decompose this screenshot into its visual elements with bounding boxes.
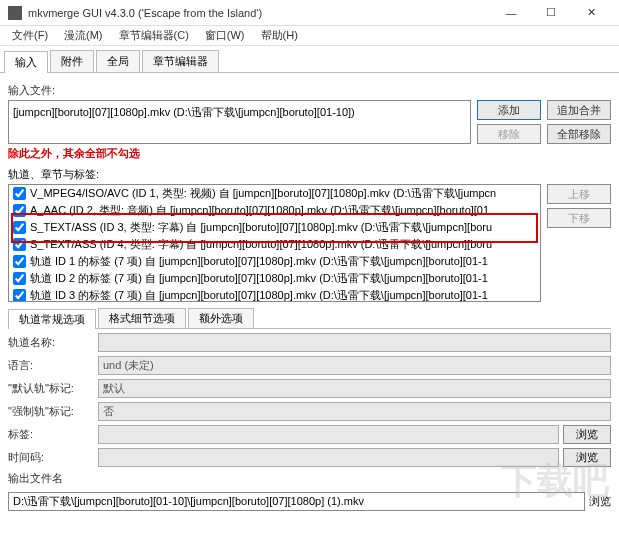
output-file-input[interactable]: D:\迅雷下载\[jumpcn][boruto][01-10]\[jumpcn]…	[8, 492, 585, 511]
move-up-button[interactable]: 上移	[547, 184, 611, 204]
language-label: 语言:	[8, 358, 98, 373]
sub-tabstrip: 轨道常规选项 格式细节选项 额外选项	[8, 308, 611, 329]
append-button[interactable]: 追加合并	[547, 100, 611, 120]
track-checkbox[interactable]	[13, 187, 26, 200]
track-checkbox[interactable]	[13, 272, 26, 285]
track-name-label: 轨道名称:	[8, 335, 98, 350]
tab-global[interactable]: 全局	[96, 50, 140, 72]
track-row: 轨道 ID 2 的标签 (7 项) 自 [jumpcn][boruto][07]…	[9, 270, 540, 287]
window-title: mkvmerge GUI v4.3.0 ('Escape from the Is…	[28, 7, 491, 19]
input-file-list[interactable]: [jumpcn][boruto][07][1080p].mkv (D:\迅雷下载…	[8, 100, 471, 144]
tab-chapter-editor[interactable]: 章节编辑器	[142, 50, 219, 72]
subtab-extra[interactable]: 额外选项	[188, 308, 254, 328]
track-row: 轨道 ID 1 的标签 (7 项) 自 [jumpcn][boruto][07]…	[9, 253, 540, 270]
menu-file[interactable]: 文件(F)	[4, 26, 56, 45]
track-checkbox[interactable]	[13, 238, 26, 251]
tab-input[interactable]: 输入	[4, 51, 48, 73]
remove-all-button[interactable]: 全部移除	[547, 124, 611, 144]
subtab-general[interactable]: 轨道常规选项	[8, 309, 96, 329]
track-checkbox[interactable]	[13, 255, 26, 268]
timecodes-label: 时间码:	[8, 450, 98, 465]
timecodes-field[interactable]	[98, 448, 559, 467]
menu-chapter-editor[interactable]: 章节编辑器(C)	[111, 26, 197, 45]
menu-help[interactable]: 帮助(H)	[253, 26, 306, 45]
forced-flag-select[interactable]: 否	[98, 402, 611, 421]
output-browse-button[interactable]: 浏览	[589, 494, 611, 509]
track-row: A_AAC (ID 2, 类型: 音频) 自 [jumpcn][boruto][…	[9, 202, 540, 219]
track-row: 轨道 ID 3 的标签 (7 项) 自 [jumpcn][boruto][07]…	[9, 287, 540, 302]
move-down-button[interactable]: 下移	[547, 208, 611, 228]
track-checkbox[interactable]	[13, 289, 26, 302]
track-checkbox[interactable]	[13, 221, 26, 234]
app-icon	[8, 6, 22, 20]
track-checkbox[interactable]	[13, 204, 26, 217]
language-select[interactable]: und (未定)	[98, 356, 611, 375]
tags-label: 标签:	[8, 427, 98, 442]
default-flag-label: "默认轨"标记:	[8, 381, 98, 396]
tracks-label: 轨道、章节与标签:	[8, 167, 611, 182]
default-flag-select[interactable]: 默认	[98, 379, 611, 398]
close-button[interactable]: ✕	[571, 0, 611, 26]
main-tabstrip: 输入 附件 全局 章节编辑器	[0, 46, 619, 73]
minimize-button[interactable]: —	[491, 0, 531, 26]
remove-button[interactable]: 移除	[477, 124, 541, 144]
instruction-note: 除此之外，其余全部不勾选	[8, 146, 611, 161]
track-name-field[interactable]	[98, 333, 611, 352]
timecodes-browse-button[interactable]: 浏览	[563, 448, 611, 467]
track-row: S_TEXT/ASS (ID 4, 类型: 字幕) 自 [jumpcn][bor…	[9, 236, 540, 253]
track-row: V_MPEG4/ISO/AVC (ID 1, 类型: 视频) 自 [jumpcn…	[9, 185, 540, 202]
tags-field[interactable]	[98, 425, 559, 444]
output-filename-label: 输出文件名	[8, 471, 611, 486]
subtab-format[interactable]: 格式细节选项	[98, 308, 186, 328]
tags-browse-button[interactable]: 浏览	[563, 425, 611, 444]
input-file-label: 输入文件:	[8, 83, 611, 98]
maximize-button[interactable]: ☐	[531, 0, 571, 26]
tracks-list[interactable]: V_MPEG4/ISO/AVC (ID 1, 类型: 视频) 自 [jumpcn…	[8, 184, 541, 302]
titlebar: mkvmerge GUI v4.3.0 ('Escape from the Is…	[0, 0, 619, 26]
track-row: S_TEXT/ASS (ID 3, 类型: 字幕) 自 [jumpcn][bor…	[9, 219, 540, 236]
menubar: 文件(F) 漫流(M) 章节编辑器(C) 窗口(W) 帮助(H)	[0, 26, 619, 46]
tab-attachments[interactable]: 附件	[50, 50, 94, 72]
menu-window[interactable]: 窗口(W)	[197, 26, 253, 45]
add-button[interactable]: 添加	[477, 100, 541, 120]
menu-mux[interactable]: 漫流(M)	[56, 26, 111, 45]
forced-flag-label: "强制轨"标记:	[8, 404, 98, 419]
